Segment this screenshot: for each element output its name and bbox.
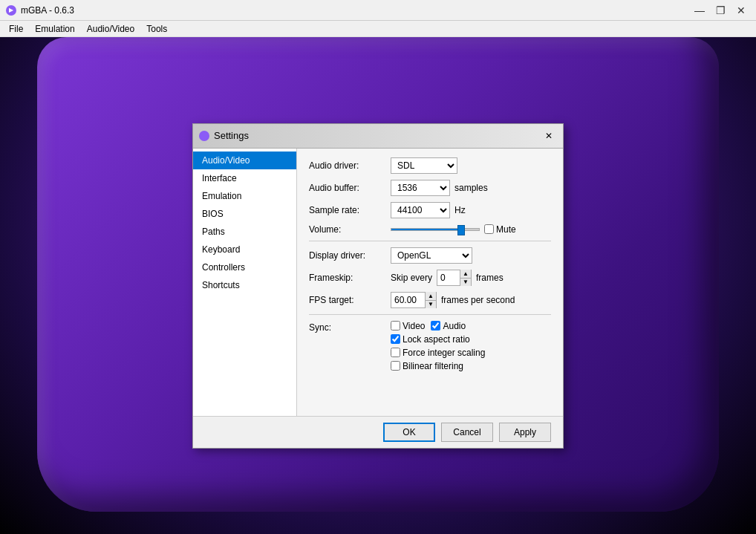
force-integer-checkbox[interactable] bbox=[391, 348, 400, 357]
lock-aspect-line: Lock aspect ratio bbox=[391, 334, 551, 345]
bilinear-label-wrap: Bilinear filtering bbox=[391, 361, 463, 371]
force-integer-line: Force integer scaling bbox=[391, 348, 551, 358]
nav-shortcuts[interactable]: Shortcuts bbox=[193, 276, 296, 294]
dialog-title-bar: Settings ✕ bbox=[193, 124, 563, 149]
audio-check-label: Audio bbox=[431, 321, 466, 331]
dialog-body: Audio/Video Interface Emulation BIOS Pat… bbox=[193, 149, 563, 416]
nav-audio-video[interactable]: Audio/Video bbox=[193, 152, 296, 169]
frameskip-spinner: ▲ ▼ bbox=[437, 270, 472, 286]
sample-rate-unit: Hz bbox=[454, 205, 466, 215]
force-integer-label: Force integer scaling bbox=[403, 348, 485, 358]
audio-buffer-unit: samples bbox=[454, 183, 488, 193]
sample-rate-row: Sample rate: 22050 44100 48000 Hz bbox=[309, 202, 551, 218]
frameskip-label: Frameskip: bbox=[309, 273, 391, 283]
fps-spin-buttons: ▲ ▼ bbox=[425, 292, 436, 308]
window-controls: — ❐ ✕ bbox=[691, 3, 750, 18]
frameskip-up-button[interactable]: ▲ bbox=[460, 270, 471, 278]
apply-button[interactable]: Apply bbox=[499, 423, 551, 442]
maximize-button[interactable]: ❐ bbox=[711, 3, 729, 18]
display-driver-control: OpenGL OpenGL (force 1x) Software bbox=[391, 247, 551, 264]
app-icon: ▶ bbox=[6, 5, 16, 16]
audio-driver-label: Audio driver: bbox=[309, 160, 391, 171]
settings-nav: Audio/Video Interface Emulation BIOS Pat… bbox=[193, 149, 297, 416]
video-sync-label: Video bbox=[403, 321, 425, 331]
display-driver-select[interactable]: OpenGL OpenGL (force 1x) Software bbox=[391, 247, 472, 264]
volume-thumb bbox=[457, 225, 465, 235]
nav-paths[interactable]: Paths bbox=[193, 223, 296, 241]
fps-spinner: ▲ ▼ bbox=[391, 292, 437, 308]
volume-control: Mute bbox=[391, 224, 551, 235]
section-separator-1 bbox=[309, 241, 551, 241]
video-sync-checkbox[interactable] bbox=[391, 321, 400, 331]
dialog-close-button[interactable]: ✕ bbox=[541, 128, 557, 143]
audio-buffer-select[interactable]: 512 1024 1536 2048 4096 bbox=[391, 180, 450, 196]
menu-tools[interactable]: Tools bbox=[140, 22, 173, 36]
fps-target-row: FPS target: ▲ ▼ frames per second bbox=[309, 292, 551, 308]
sync-video-audio-line: Video Audio bbox=[391, 321, 551, 331]
sync-row: Sync: Video Audio bbox=[309, 321, 551, 374]
settings-content: Audio driver: SDL OpenAL None Audio buff… bbox=[297, 149, 563, 416]
volume-label: Volume: bbox=[309, 224, 391, 235]
menu-audio-video[interactable]: Audio/Video bbox=[81, 22, 141, 36]
nav-keyboard[interactable]: Keyboard bbox=[193, 241, 296, 258]
mute-label: Mute bbox=[496, 224, 516, 235]
fps-target-label: FPS target: bbox=[309, 295, 391, 305]
window-title: mGBA - 0.6.3 bbox=[21, 5, 691, 16]
frameskip-down-button[interactable]: ▼ bbox=[460, 278, 471, 286]
dialog-title-text: Settings bbox=[214, 130, 249, 141]
section-separator-2 bbox=[309, 314, 551, 315]
nav-controllers[interactable]: Controllers bbox=[193, 258, 296, 276]
nav-bios[interactable]: BIOS bbox=[193, 205, 296, 223]
sample-rate-select[interactable]: 22050 44100 48000 bbox=[391, 202, 450, 218]
dialog-footer: OK Cancel Apply bbox=[193, 416, 563, 448]
fps-target-control: ▲ ▼ frames per second bbox=[391, 292, 551, 308]
lock-aspect-checkbox[interactable] bbox=[391, 334, 400, 344]
audio-buffer-control: 512 1024 1536 2048 4096 samples bbox=[391, 180, 551, 196]
skip-every-label: Skip every bbox=[391, 273, 432, 283]
nav-interface[interactable]: Interface bbox=[193, 169, 296, 187]
audio-sync-label: Audio bbox=[443, 321, 466, 331]
audio-buffer-label: Audio buffer: bbox=[309, 183, 391, 193]
bilinear-line: Bilinear filtering bbox=[391, 361, 551, 371]
video-check-label: Video bbox=[391, 321, 425, 331]
display-driver-row: Display driver: OpenGL OpenGL (force 1x)… bbox=[309, 247, 551, 264]
nav-emulation[interactable]: Emulation bbox=[193, 187, 296, 205]
frameskip-row: Frameskip: Skip every ▲ ▼ frames bbox=[309, 270, 551, 286]
frameskip-spin-buttons: ▲ ▼ bbox=[460, 270, 471, 286]
cancel-button[interactable]: Cancel bbox=[441, 423, 493, 442]
mute-checkbox[interactable] bbox=[484, 224, 494, 234]
sample-rate-label: Sample rate: bbox=[309, 205, 391, 215]
menu-file[interactable]: File bbox=[3, 22, 29, 36]
settings-dialog: Settings ✕ Audio/Video Interface Emulati… bbox=[192, 123, 564, 449]
frameskip-input[interactable] bbox=[437, 270, 460, 285]
dialog-icon bbox=[199, 131, 209, 141]
volume-row: Volume: Mute bbox=[309, 224, 551, 235]
audio-buffer-row: Audio buffer: 512 1024 1536 2048 4096 sa… bbox=[309, 180, 551, 196]
menu-bar: File Emulation Audio/Video Tools bbox=[0, 21, 756, 37]
bilinear-checkbox[interactable] bbox=[391, 361, 400, 371]
fps-input[interactable] bbox=[391, 293, 425, 307]
dialog-title: Settings bbox=[199, 130, 249, 141]
menu-emulation[interactable]: Emulation bbox=[29, 22, 80, 36]
ok-button[interactable]: OK bbox=[383, 423, 435, 442]
dialog-overlay: Settings ✕ Audio/Video Interface Emulati… bbox=[0, 37, 756, 534]
bilinear-label: Bilinear filtering bbox=[403, 361, 463, 371]
close-button[interactable]: ✕ bbox=[732, 3, 750, 18]
audio-driver-row: Audio driver: SDL OpenAL None bbox=[309, 157, 551, 174]
title-bar: ▶ mGBA - 0.6.3 — ❐ ✕ bbox=[0, 0, 756, 21]
frameskip-unit: frames bbox=[476, 273, 504, 283]
audio-driver-select[interactable]: SDL OpenAL None bbox=[391, 157, 457, 174]
sample-rate-control: 22050 44100 48000 Hz bbox=[391, 202, 551, 218]
volume-slider[interactable] bbox=[391, 228, 480, 231]
sync-label: Sync: bbox=[309, 321, 391, 333]
fps-down-button[interactable]: ▼ bbox=[426, 300, 436, 308]
audio-sync-checkbox[interactable] bbox=[431, 321, 440, 331]
volume-fill bbox=[391, 229, 457, 230]
audio-driver-control: SDL OpenAL None bbox=[391, 157, 551, 174]
minimize-button[interactable]: — bbox=[691, 3, 708, 18]
fps-up-button[interactable]: ▲ bbox=[426, 292, 436, 300]
frameskip-control: Skip every ▲ ▼ frames bbox=[391, 270, 551, 286]
lock-aspect-label-wrap: Lock aspect ratio bbox=[391, 334, 470, 345]
display-driver-label: Display driver: bbox=[309, 250, 391, 261]
force-integer-label-wrap: Force integer scaling bbox=[391, 348, 485, 358]
